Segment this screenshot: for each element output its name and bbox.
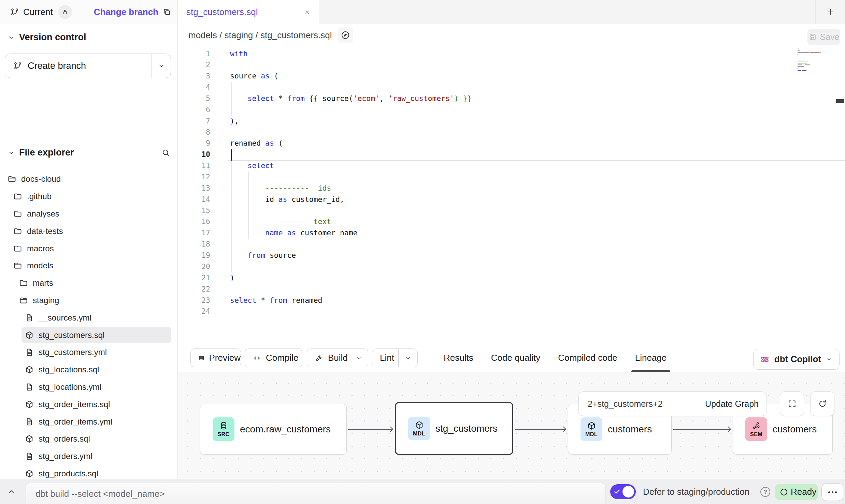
tree-item-label: __sources.yml: [39, 313, 91, 323]
search-icon[interactable]: [161, 148, 170, 157]
tab-code-quality[interactable]: Code quality: [491, 344, 541, 372]
refresh-button[interactable]: [810, 391, 834, 416]
tree-item-data-tests[interactable]: data-tests: [0, 222, 177, 240]
code-line-19[interactable]: 19 from source: [178, 250, 845, 261]
code-line-22[interactable]: 22: [178, 284, 845, 295]
tree-item-stg_orders.sql[interactable]: stg_orders.sql: [0, 430, 177, 448]
tree-item-models[interactable]: models: [0, 257, 177, 275]
code-line-17[interactable]: 17 name as customer_name: [178, 227, 845, 239]
tree-item-stg_order_items.sql[interactable]: stg_order_items.sql: [0, 396, 177, 413]
model-cube-icon: [25, 469, 34, 478]
lint-dropdown[interactable]: [399, 349, 417, 367]
code-editor[interactable]: 1with23source as (45 select * from {{ so…: [178, 46, 845, 344]
file-tree: docs-cloud.githubanalysesdata-testsmacro…: [0, 171, 177, 479]
lint-button[interactable]: Lint: [372, 349, 418, 367]
create-branch-button[interactable]: Create branch: [5, 54, 171, 78]
more-options-button[interactable]: [821, 483, 843, 501]
status-badge[interactable]: Ready: [775, 484, 818, 500]
code-line-5[interactable]: 5 select * from {{ source('ecom', 'raw_c…: [178, 93, 845, 104]
tree-item-.github[interactable]: .github: [0, 188, 177, 205]
help-icon[interactable]: ?: [760, 487, 770, 497]
tab-results[interactable]: Results: [444, 344, 473, 372]
file-icon: [25, 383, 34, 391]
new-tab-plus-icon[interactable]: [826, 8, 835, 16]
lineage-node-stg_customers[interactable]: MDLstg_customers: [395, 402, 513, 455]
code-line-24[interactable]: 24: [178, 306, 845, 317]
code-line-4[interactable]: 4: [178, 82, 845, 93]
code-line-14[interactable]: 14 id as customer_id,: [178, 194, 845, 205]
tree-item-marts[interactable]: marts: [0, 275, 177, 292]
tab-compiled-code[interactable]: Compiled code: [558, 344, 617, 372]
dbt-copilot-button[interactable]: dbt Copilot: [753, 349, 840, 370]
code-line-2[interactable]: 2: [178, 59, 845, 71]
tree-item-stg_locations.sql[interactable]: stg_locations.sql: [0, 361, 177, 379]
defer-toggle[interactable]: [610, 484, 636, 499]
code-line-21[interactable]: 21): [178, 272, 845, 284]
code-line-15[interactable]: 15: [178, 205, 845, 217]
save-button[interactable]: Save: [807, 29, 840, 45]
code-line-20[interactable]: 20: [178, 261, 845, 272]
compile-button[interactable]: Compile: [245, 349, 302, 367]
expand-panel-icon[interactable]: [7, 487, 16, 496]
tree-item-label: stg_products.sql: [39, 469, 98, 478]
editor-minimap[interactable]: [798, 48, 826, 72]
create-branch-dropdown[interactable]: [152, 54, 171, 78]
code-line-3[interactable]: 3source as (: [178, 71, 845, 82]
tree-item-staging[interactable]: staging: [0, 292, 177, 309]
code-line-16[interactable]: 16 ---------- text: [178, 216, 845, 227]
code-line-10[interactable]: 10: [178, 149, 845, 160]
code-line-23[interactable]: 23select * from renamed: [178, 295, 845, 306]
lineage-node-ecom.raw_customers[interactable]: SRCecom.raw_customers: [200, 404, 347, 455]
code-line-8[interactable]: 8: [178, 127, 845, 138]
code-line-7[interactable]: 7),: [178, 116, 845, 127]
tree-item-stg_customers.yml[interactable]: stg_customers.yml: [0, 344, 177, 361]
toggle-knob: [622, 486, 634, 498]
line-number: 16: [178, 216, 210, 227]
tab-lineage[interactable]: Lineage: [635, 344, 667, 372]
close-tab-icon[interactable]: [304, 9, 311, 16]
version-control-header[interactable]: Version control: [8, 32, 86, 43]
line-number: 8: [178, 127, 210, 138]
copy-icon[interactable]: [162, 8, 171, 16]
branch-topbar: Current Change branch: [0, 0, 177, 24]
tab-stg-customers-sql[interactable]: stg_customers.sql: [178, 0, 319, 24]
code-line-9[interactable]: 9renamed as (: [178, 138, 845, 149]
line-content: ---------- ids: [230, 183, 331, 194]
fullscreen-button[interactable]: [780, 391, 804, 416]
build-dropdown[interactable]: [349, 349, 368, 367]
code-line-6[interactable]: 6: [178, 104, 845, 116]
build-button[interactable]: Build: [307, 349, 368, 367]
line-number: 14: [178, 194, 210, 205]
line-content: ---------- text: [230, 216, 331, 227]
tree-item-stg_locations.yml[interactable]: stg_locations.yml: [0, 379, 177, 396]
tree-item-analyses[interactable]: analyses: [0, 205, 177, 223]
code-line-12[interactable]: 12: [178, 172, 845, 183]
lineage-panel[interactable]: SRCecom.raw_customersMDLstg_customersMDL…: [178, 372, 845, 479]
code-line-13[interactable]: 13 ---------- ids: [178, 183, 845, 194]
tree-item-macros[interactable]: macros: [0, 240, 177, 257]
scrollbar-thumb[interactable]: [836, 99, 844, 103]
lineage-edge: [348, 429, 392, 430]
lineage-compass-button[interactable]: [338, 27, 353, 43]
code-line-1[interactable]: 1with: [178, 48, 845, 60]
code-line-11[interactable]: 11 select: [178, 160, 845, 172]
tree-item-__sources.yml[interactable]: __sources.yml: [0, 309, 177, 326]
update-graph-button[interactable]: Update Graph: [697, 392, 767, 416]
create-branch-main[interactable]: Create branch: [5, 54, 152, 78]
lint-main[interactable]: Lint: [372, 349, 399, 367]
tree-item-docs-cloud[interactable]: docs-cloud: [0, 171, 177, 188]
code-line-18[interactable]: 18: [178, 239, 845, 250]
save-icon: [808, 33, 817, 41]
model-cube-icon: [25, 434, 34, 443]
tree-item-stg_customers.sql[interactable]: stg_customers.sql: [0, 326, 177, 344]
build-main[interactable]: Build: [307, 349, 349, 367]
tree-item-stg_order_items.yml[interactable]: stg_order_items.yml: [0, 413, 177, 430]
command-input[interactable]: dbt build --select <model_name>: [26, 483, 606, 504]
change-branch-link[interactable]: Change branch: [94, 7, 158, 17]
lineage-selector-input[interactable]: 2+stg_customers+2: [579, 392, 697, 416]
tree-item-stg_products.sql[interactable]: stg_products.sql: [0, 465, 177, 479]
preview-button[interactable]: Preview: [190, 349, 241, 367]
line-content: renamed as (: [230, 138, 283, 149]
tree-item-stg_orders.yml[interactable]: stg_orders.yml: [0, 448, 177, 465]
file-explorer-header[interactable]: File explorer: [8, 147, 170, 158]
